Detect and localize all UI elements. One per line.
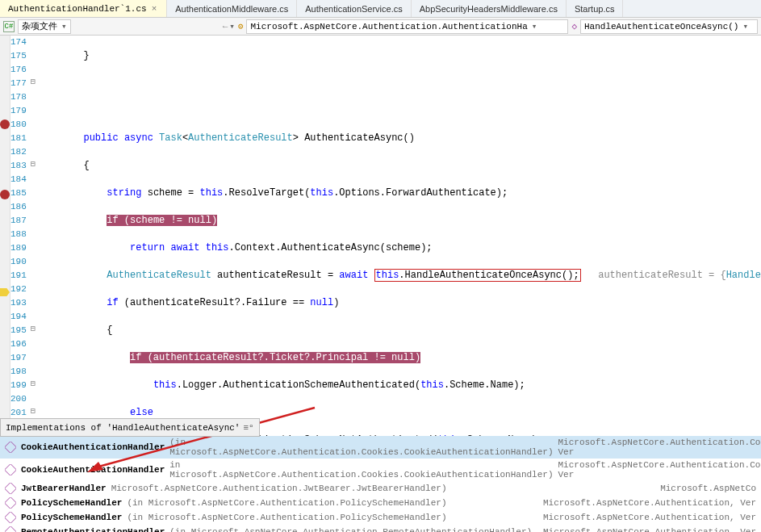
- method-pin-icon: ⚙: [238, 21, 244, 31]
- project-dropdown[interactable]: 杂项文件: [18, 19, 71, 34]
- csharp-icon: C#: [3, 21, 15, 32]
- code-line[interactable]: this.Logger.AuthenticationSchemeAuthenti…: [37, 379, 761, 392]
- tab-file[interactable]: AbpSecurityHeadersMiddleware.cs: [412, 0, 567, 17]
- method-icon: [5, 497, 16, 509]
- impl-location: (in Microsoft.AspNetCore.Authentication.…: [127, 513, 538, 522]
- debug-hint: authenticateResult = {: [581, 270, 726, 281]
- method-icon: [5, 464, 16, 475]
- svg-rect-3: [5, 464, 16, 475]
- code-area[interactable]: } public async Task<AuthenticateResult> …: [36, 36, 761, 439]
- tab-file[interactable]: AuthenticationService.cs: [297, 0, 411, 17]
- breakpoint-highlight: if (authenticateResult?.Ticket?.Principa…: [130, 352, 420, 363]
- impl-location: Microsoft.AspNetCore.Authentication.JwtB…: [111, 484, 656, 493]
- tab-file[interactable]: Startup.cs: [567, 0, 624, 17]
- red-highlight: this.HandleAuthenticateOnceAsync();: [374, 269, 581, 282]
- member-dropdown[interactable]: HandleAuthenticateOnceAsync(): [580, 19, 758, 34]
- svg-rect-7: [5, 526, 16, 532]
- tab-file[interactable]: AuthenticationMiddleware.cs: [167, 0, 297, 17]
- line-number-gutter: 1741751761771781791801811821831841851861…: [10, 36, 31, 439]
- editor: 1741751761771781791801811821831841851861…: [0, 36, 761, 439]
- code-line[interactable]: string scheme = this.ResolveTarget(this.…: [37, 186, 761, 200]
- method-icon: [5, 442, 16, 453]
- impl-assembly: Microsoft.AspNetCore.Authentication.Cook…: [558, 460, 761, 480]
- method-icon: ◇: [571, 21, 577, 31]
- back-icon[interactable]: ←: [223, 21, 235, 31]
- code-line[interactable]: public async Task<AuthenticateResult> Au…: [37, 132, 761, 145]
- code-line[interactable]: {: [37, 324, 761, 337]
- code-line[interactable]: return await this.Context.AuthenticateAs…: [37, 241, 761, 255]
- impl-name: PolicySchemeHandler: [21, 513, 122, 522]
- implementation-item[interactable]: RemoteAuthenticationHandler (in Microsof…: [0, 525, 761, 532]
- code-line[interactable]: [37, 77, 761, 90]
- tab-label: AuthenticationHandler`1.cs: [8, 4, 147, 14]
- impl-assembly: Microsoft.AspNetCore.Authentication, Ver: [543, 527, 756, 532]
- impl-assembly: Microsoft.AspNetCore.Authentication, Ver: [543, 513, 756, 522]
- implementations-list: CookieAuthenticationHandler (in Microsof…: [0, 436, 761, 532]
- tab-file-active[interactable]: AuthenticationHandler`1.cs×: [0, 0, 167, 17]
- svg-rect-6: [5, 512, 16, 523]
- impl-name: PolicySchemeHandler: [21, 498, 122, 508]
- implementation-item[interactable]: JwtBearerHandler Microsoft.AspNetCore.Au…: [0, 481, 761, 496]
- breakpoint-gutter[interactable]: [0, 36, 10, 439]
- implementations-title: Implementations of 'HandleAuthenticateAs…: [6, 423, 240, 433]
- current-line-icon: [0, 288, 10, 296]
- code-line[interactable]: if (scheme != null): [37, 214, 761, 228]
- implementation-item[interactable]: CookieAuthenticationHandler (in Microsof…: [0, 436, 761, 459]
- impl-name: CookieAuthenticationHandler: [21, 442, 165, 452]
- svg-rect-2: [5, 442, 16, 453]
- breakpoint-icon[interactable]: [0, 190, 10, 199]
- impl-name: JwtBearerHandler: [21, 484, 107, 493]
- tab-bar: AuthenticationHandler`1.cs× Authenticati…: [0, 0, 761, 18]
- type-dropdown[interactable]: Microsoft.AspNetCore.Authentication.Auth…: [246, 19, 568, 34]
- method-icon: [5, 526, 16, 532]
- close-icon[interactable]: ×: [150, 4, 159, 14]
- impl-assembly: Microsoft.AspNetCore.Authentication, Ver: [543, 498, 756, 508]
- svg-rect-5: [5, 497, 16, 509]
- impl-name: CookieAuthenticationHandler: [21, 465, 165, 475]
- impl-location: (in Microsoft.AspNetCore.Authentication.…: [169, 527, 538, 532]
- breakpoint-highlight: if (scheme != null): [107, 215, 217, 226]
- method-icon: [5, 483, 16, 494]
- impl-assembly: Microsoft.AspNetCo: [660, 484, 756, 493]
- filter-icon[interactable]: ≡ᵒ: [243, 422, 253, 433]
- implementation-item[interactable]: PolicySchemeHandler (in Microsoft.AspNet…: [0, 510, 761, 525]
- code-line[interactable]: if (authenticateResult?.Failure == null): [37, 296, 761, 310]
- code-line[interactable]: [37, 104, 761, 118]
- code-line[interactable]: if (authenticateResult?.Ticket?.Principa…: [37, 351, 761, 365]
- breakpoint-icon[interactable]: [0, 119, 10, 129]
- implementations-header[interactable]: Implementations of 'HandleAuthenticateAs…: [0, 418, 260, 437]
- svg-rect-4: [5, 483, 16, 494]
- code-line[interactable]: AuthenticateResult authenticateResult = …: [37, 269, 761, 283]
- code-line[interactable]: }: [37, 49, 761, 63]
- implementation-item[interactable]: PolicySchemeHandler (in Microsoft.AspNet…: [0, 496, 761, 510]
- impl-assembly: Microsoft.AspNetCore.Authentication.Cook…: [558, 438, 761, 457]
- impl-location: (in Microsoft.AspNetCore.Authentication.…: [127, 498, 538, 508]
- code-line[interactable]: {: [37, 159, 761, 173]
- impl-location: in Microsoft.AspNetCore.Authentication.C…: [169, 460, 553, 480]
- nav-toolbar: C# 杂项文件 ← ⚙ Microsoft.AspNetCore.Authent…: [0, 18, 761, 36]
- impl-name: RemoteAuthenticationHandler: [21, 527, 165, 532]
- implementation-item[interactable]: CookieAuthenticationHandler in Microsoft…: [0, 459, 761, 481]
- impl-location: (in Microsoft.AspNetCore.Authentication.…: [169, 438, 553, 457]
- method-icon: [5, 512, 16, 523]
